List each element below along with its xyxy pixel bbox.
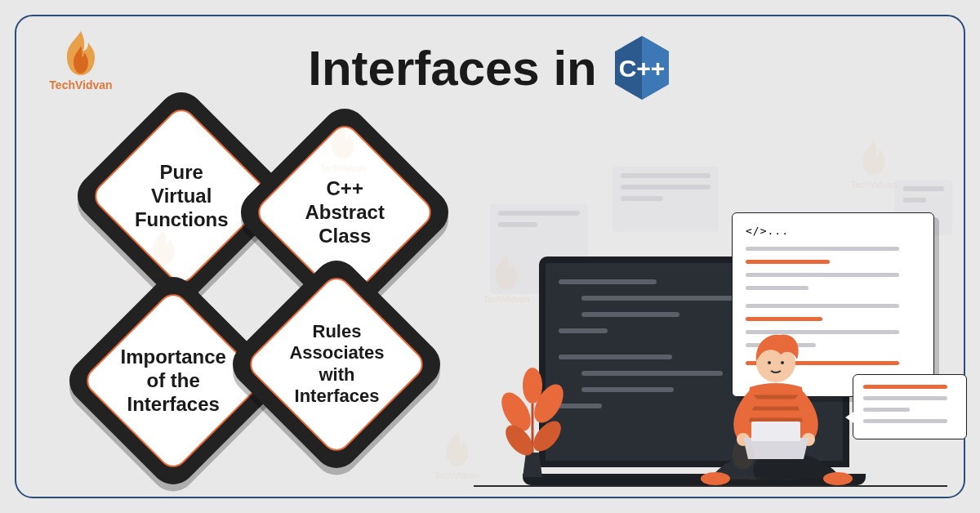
svg-point-6	[528, 416, 567, 456]
floor-line	[474, 485, 947, 487]
svg-point-9	[823, 472, 853, 485]
svg-point-15	[781, 361, 784, 364]
page-title: Interfaces in C++	[16, 34, 964, 101]
tile-rules: RulesAssociateswithInterfaces	[223, 251, 449, 477]
svg-text:C++: C++	[618, 55, 665, 82]
person-with-laptop-icon	[678, 315, 874, 487]
cpp-badge-icon: C++	[612, 34, 672, 101]
editor-head: </>...	[746, 225, 920, 237]
tile-label: C++AbstractClass	[282, 177, 408, 248]
svg-rect-12	[751, 422, 800, 441]
plant-icon	[492, 363, 573, 485]
svg-point-7	[523, 368, 542, 404]
main-frame: TechVidvan Interfaces in C++ PureVirtual…	[15, 15, 965, 498]
tile-label: Importanceof theInterfaces	[110, 346, 237, 416]
tile-label: PureVirtualFunctions	[118, 161, 245, 231]
illustration: </>...	[474, 149, 956, 492]
tile-group: PureVirtualFunctions C++AbstractClass Im…	[49, 108, 474, 497]
svg-point-14	[768, 361, 771, 364]
bg-page-icon	[612, 167, 719, 232]
svg-point-8	[701, 472, 730, 485]
title-text: Interfaces in	[308, 40, 596, 96]
tile-label: RulesAssociateswithInterfaces	[274, 321, 400, 408]
